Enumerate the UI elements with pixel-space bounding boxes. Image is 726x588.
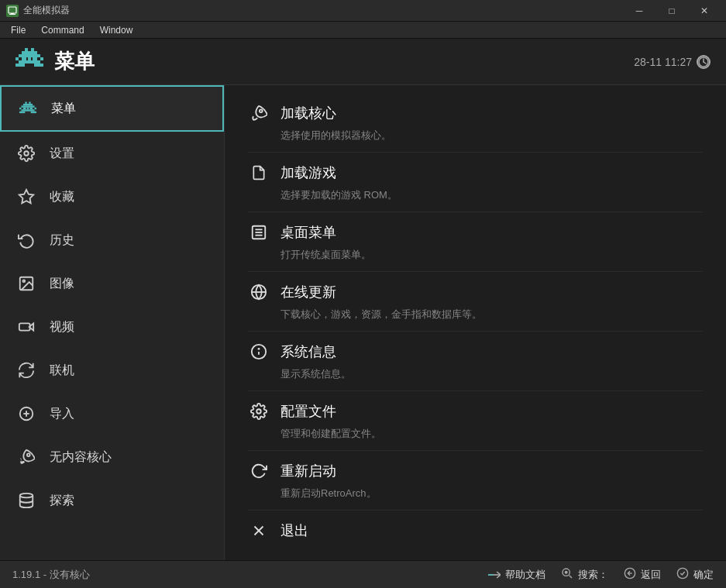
sidebar-item-core[interactable]: 无内容核心 <box>0 435 224 479</box>
database-icon <box>15 490 37 511</box>
import-icon <box>15 403 37 425</box>
svg-rect-16 <box>37 64 43 67</box>
search-icon <box>561 567 573 582</box>
content-item-online-update[interactable]: 在线更新 下载核心，游戏，资源，金手指和数据库等。 <box>248 272 703 332</box>
svg-rect-26 <box>27 108 29 109</box>
svg-point-43 <box>27 453 30 456</box>
content-item-system-info[interactable]: 系统信息 显示系统信息。 <box>248 332 703 391</box>
svg-point-44 <box>20 493 33 498</box>
load-core-title: 加载核心 <box>280 104 336 122</box>
star-icon <box>15 186 37 208</box>
video-icon <box>15 316 37 338</box>
online-update-desc: 下载核心，游戏，资源，金手指和数据库等。 <box>248 306 703 328</box>
sidebar-item-menu[interactable]: 菜单 <box>0 85 224 132</box>
menu-command[interactable]: Command <box>33 22 91 38</box>
app-icon <box>6 5 19 17</box>
content-item-desktop-menu[interactable]: 桌面菜单 打开传统桌面菜单。 <box>248 212 703 272</box>
content-item-load-core[interactable]: 加载核心 选择使用的模拟器核心。 <box>248 93 703 153</box>
confirm-button[interactable]: 确定 <box>676 567 714 582</box>
sidebar-item-explore[interactable]: 探索 <box>0 479 224 522</box>
help-label: 帮助文档 <box>505 568 545 582</box>
sidebar-item-video[interactable]: 视频 <box>0 305 224 349</box>
content-panel: 加载核心 选择使用的模拟器核心。 加载游戏 选择要加载的游戏 ROM。 <box>225 85 726 560</box>
menu-file[interactable]: File <box>3 22 33 38</box>
svg-marker-35 <box>19 190 33 203</box>
sidebar-label-netplay: 联机 <box>50 363 74 379</box>
footer: 1.19.1 - 没有核心 帮助文档 搜索： <box>0 560 726 588</box>
globe-icon <box>248 281 270 303</box>
content-item-config-file[interactable]: 配置文件 管理和创建配置文件。 <box>248 391 703 451</box>
history-icon <box>15 229 37 251</box>
svg-rect-27 <box>29 108 33 109</box>
svg-rect-28 <box>35 108 36 109</box>
svg-point-63 <box>565 571 568 574</box>
sidebar-item-favorites[interactable]: 收藏 <box>0 175 224 218</box>
content-item-load-game[interactable]: 加载游戏 选择要加载的游戏 ROM。 <box>248 153 703 212</box>
svg-rect-0 <box>9 7 16 13</box>
svg-rect-22 <box>23 104 33 105</box>
svg-rect-7 <box>15 57 19 60</box>
file-icon <box>248 162 270 184</box>
version-text: 1.19.1 - 没有核心 <box>12 568 488 582</box>
svg-rect-25 <box>23 108 26 109</box>
rocket-icon <box>248 102 270 124</box>
load-game-title: 加载游戏 <box>280 163 336 182</box>
svg-rect-29 <box>21 109 34 111</box>
page-title: 菜单 <box>54 48 634 75</box>
sidebar-label-history: 历史 <box>50 232 74 249</box>
svg-rect-15 <box>34 64 37 67</box>
sidebar-item-history[interactable]: 历史 <box>0 218 224 262</box>
svg-rect-14 <box>22 64 25 67</box>
desktop-menu-desc: 打开传统桌面菜单。 <box>248 246 703 268</box>
help-icon <box>488 569 501 581</box>
window-controls: ─ □ ✕ <box>624 0 720 22</box>
sidebar-item-netplay[interactable]: 联机 <box>0 349 224 392</box>
back-button[interactable]: 返回 <box>624 567 661 582</box>
sidebar: 菜单 设置 收藏 <box>0 85 225 560</box>
restart-title: 重新启动 <box>280 462 336 480</box>
close-button[interactable]: ✕ <box>689 0 720 22</box>
rocket-icon-sidebar <box>15 446 37 468</box>
sidebar-label-settings: 设置 <box>50 146 74 162</box>
svg-point-67 <box>677 568 687 578</box>
sidebar-label-explore: 探索 <box>50 493 74 509</box>
search-button[interactable]: 搜索： <box>561 567 608 582</box>
confirm-icon <box>676 567 689 582</box>
main-content: 菜单 设置 收藏 <box>0 85 726 560</box>
svg-rect-24 <box>19 108 21 109</box>
search-label: 搜索： <box>578 568 608 582</box>
image-icon <box>15 273 37 294</box>
sidebar-label-import: 导入 <box>50 406 74 422</box>
config-file-desc: 管理和创建配置文件。 <box>248 425 703 447</box>
load-core-desc: 选择使用的模拟器核心。 <box>248 127 703 149</box>
svg-point-45 <box>260 109 263 112</box>
system-info-desc: 显示系统信息。 <box>248 366 703 387</box>
svg-rect-9 <box>28 57 31 60</box>
help-button[interactable]: 帮助文档 <box>488 568 545 582</box>
menu-bar: File Command Window <box>0 22 726 39</box>
maximize-button[interactable]: □ <box>656 0 687 22</box>
svg-point-34 <box>24 151 29 156</box>
gear-icon <box>15 143 37 164</box>
svg-rect-20 <box>25 101 26 103</box>
restart-icon <box>248 460 270 482</box>
svg-point-37 <box>22 280 25 282</box>
content-item-restart[interactable]: 重新启动 重新启动RetroArch。 <box>248 451 703 511</box>
sidebar-item-import[interactable]: 导入 <box>0 392 224 435</box>
sidebar-item-settings[interactable]: 设置 <box>0 132 224 175</box>
svg-rect-2 <box>9 14 15 15</box>
minimize-button[interactable]: ─ <box>624 0 655 22</box>
menu-icon <box>248 222 270 243</box>
svg-rect-5 <box>22 51 37 54</box>
datetime-text: 28-11 11:27 <box>634 56 692 68</box>
confirm-label: 确定 <box>693 568 714 582</box>
svg-rect-8 <box>22 57 26 60</box>
content-item-quit[interactable]: 退出 <box>248 511 703 548</box>
back-label: 返回 <box>641 568 661 582</box>
header-datetime: 28-11 11:27 <box>634 55 711 69</box>
svg-rect-4 <box>31 48 34 51</box>
sidebar-item-images[interactable]: 图像 <box>0 262 224 305</box>
restart-desc: 重新启动RetroArch。 <box>248 485 703 507</box>
svg-rect-30 <box>19 112 23 113</box>
menu-window[interactable]: Window <box>92 22 141 38</box>
